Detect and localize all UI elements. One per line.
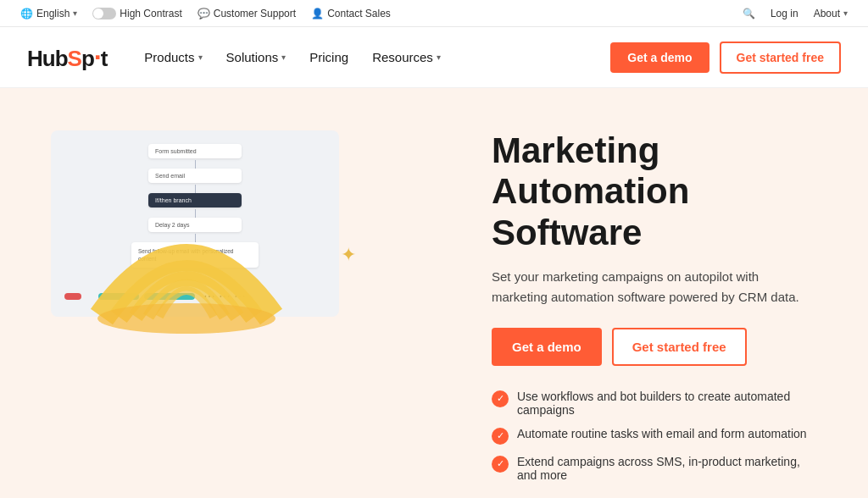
feature-text-2: Automate routine tasks with email and fo…	[517, 427, 807, 440]
utility-left: 🌐 English ▾ High Contrast 💬 Customer Sup…	[20, 8, 391, 19]
language-chevron: ▾	[73, 8, 77, 18]
solutions-label: Solutions	[226, 50, 279, 64]
hero-left: ✦ Form submitted Send email If/then bran…	[51, 122, 458, 317]
hero-buttons: Get a demo Get started free	[492, 328, 817, 366]
feature-list: ✓ Use workflows and bot builders to crea…	[492, 390, 817, 482]
feature-text-1: Use workflows and bot builders to create…	[517, 390, 817, 417]
hero-get-demo-button[interactable]: Get a demo	[492, 328, 602, 366]
utility-right: 🔍 Log in About ▾	[743, 8, 848, 19]
check-icon-2: ✓	[492, 428, 509, 445]
hero-title: Marketing Automation Software	[492, 130, 817, 253]
about-chevron: ▾	[843, 8, 848, 18]
nav-solutions[interactable]: Solutions ▾	[216, 43, 297, 71]
svg-point-0	[97, 303, 275, 334]
bar-red	[64, 293, 81, 300]
contact-sales-link[interactable]: 👤 Contact Sales	[311, 8, 391, 19]
nav-pricing[interactable]: Pricing	[299, 43, 359, 71]
globe-icon: 🌐	[20, 8, 33, 19]
flow-block-1: Form submitted	[148, 144, 242, 158]
feature-text-3: Extend campaigns across SMS, in-product …	[517, 455, 817, 482]
resources-label: Resources	[372, 50, 433, 64]
feature-item-3: ✓ Extend campaigns across SMS, in-produc…	[492, 455, 817, 482]
check-icon-3: ✓	[492, 456, 509, 473]
contact-sales-label: Contact Sales	[327, 8, 391, 19]
language-selector[interactable]: 🌐 English ▾	[20, 8, 77, 19]
language-label: English	[36, 8, 70, 19]
nav-get-started-free-button[interactable]: Get started free	[720, 42, 841, 74]
hero-get-started-free-button[interactable]: Get started free	[612, 328, 747, 366]
about-menu[interactable]: About ▾	[814, 8, 848, 19]
feature-item-1: ✓ Use workflows and bot builders to crea…	[492, 390, 817, 417]
flow-connector-1	[195, 160, 196, 169]
check-icon-1: ✓	[492, 390, 509, 407]
toggle-switch[interactable]	[92, 8, 116, 19]
customer-support-link[interactable]: 💬 Customer Support	[198, 8, 296, 19]
search-icon: 🔍	[743, 8, 755, 19]
solutions-chevron: ▾	[281, 53, 286, 62]
search-button[interactable]: 🔍	[743, 8, 755, 19]
sparkle-decoration-br: ✦	[341, 244, 356, 266]
high-contrast-toggle[interactable]: High Contrast	[92, 8, 181, 19]
login-label: Log in	[771, 8, 798, 19]
rainbow-svg	[85, 181, 288, 334]
nav-products[interactable]: Products ▾	[134, 43, 212, 71]
nav-resources[interactable]: Resources ▾	[362, 43, 451, 71]
high-contrast-label: High Contrast	[120, 8, 181, 19]
products-chevron: ▾	[198, 53, 203, 62]
resources-chevron: ▾	[437, 53, 441, 62]
feature-item-2: ✓ Automate routine tasks with email and …	[492, 427, 817, 445]
toggle-knob	[93, 8, 103, 19]
hero-section: ✦ Form submitted Send email If/then bran…	[0, 88, 868, 498]
support-icon: 💬	[198, 8, 210, 19]
person-icon: 👤	[311, 8, 324, 19]
hero-subtitle: Set your marketing campaigns on autopilo…	[492, 267, 814, 307]
customer-support-label: Customer Support	[214, 8, 296, 19]
products-label: Products	[144, 50, 194, 64]
hubspot-logo[interactable]: HubSp·t	[27, 43, 107, 72]
main-nav: HubSp·t Products ▾ Solutions ▾ Pricing R…	[0, 27, 868, 88]
utility-bar: 🌐 English ▾ High Contrast 💬 Customer Sup…	[0, 0, 868, 27]
hero-right: Marketing Automation Software Set your m…	[458, 122, 817, 482]
nav-links: Products ▾ Solutions ▾ Pricing Resources…	[134, 43, 450, 71]
pricing-label: Pricing	[309, 50, 348, 64]
nav-right: Get a demo Get started free	[610, 42, 841, 74]
login-link[interactable]: Log in	[771, 8, 798, 19]
about-label: About	[814, 8, 840, 19]
nav-left: HubSp·t Products ▾ Solutions ▾ Pricing R…	[27, 43, 451, 72]
nav-get-demo-button[interactable]: Get a demo	[610, 42, 709, 73]
rainbow-decoration	[85, 181, 288, 334]
